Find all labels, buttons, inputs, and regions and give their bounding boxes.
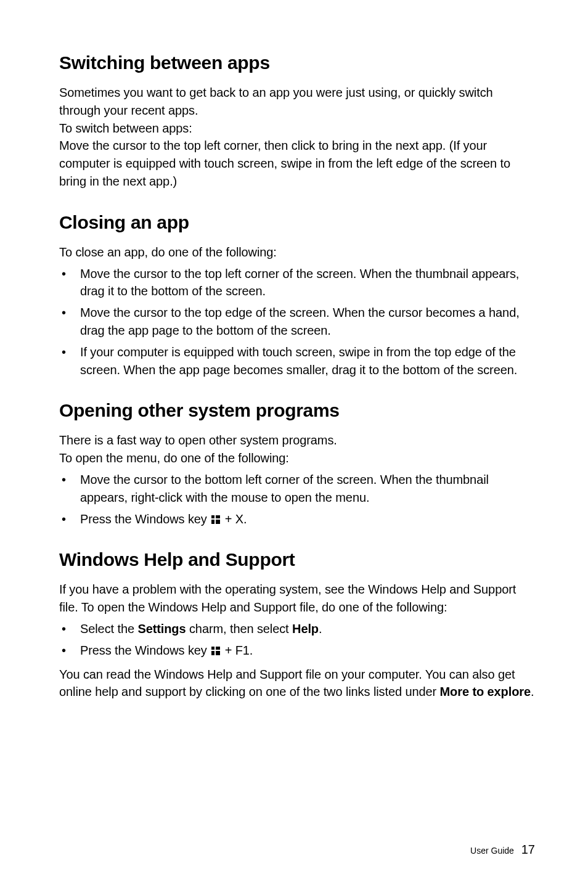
windows-key-icon [211,647,220,655]
page-number: 17 [521,843,535,856]
list-item: Move the cursor to the bottom left corne… [59,471,535,507]
windows-key-icon [211,515,220,524]
list-item: If your computer is equipped with touch … [59,343,535,379]
paragraph: If you have a problem with the operating… [59,581,535,616]
bold-text: Settings [137,622,186,635]
document-page: Switching between apps Sometimes you wan… [0,0,588,895]
list-item: Select the Settings charm, then select H… [59,620,535,638]
list-item: Press the Windows key + F1. [59,642,535,660]
paragraph: You can read the Windows Help and Suppor… [59,666,535,701]
text-fragment: Select the [80,622,137,635]
bullet-list: Move the cursor to the bottom left corne… [59,471,535,528]
text-fragment: . [319,622,322,635]
text-fragment: + F1. [221,644,253,657]
list-item: Press the Windows key + X. [59,510,535,528]
text-fragment: Press the Windows key [80,644,210,657]
bold-text: More to explore [440,685,531,698]
heading-help: Windows Help and Support [59,549,535,571]
section-switching-apps: Switching between apps Sometimes you wan… [59,52,535,190]
list-item: Move the cursor to the top edge of the s… [59,304,535,340]
paragraph: To close an app, do one of the following… [59,243,535,261]
footer-label: User Guide [470,846,514,856]
bullet-list: Select the Settings charm, then select H… [59,620,535,660]
heading-opening: Opening other system programs [59,399,535,422]
section-opening-programs: Opening other system programs There is a… [59,399,535,528]
page-footer: User Guide 17 [470,843,535,857]
paragraph: Sometimes you want to get back to an app… [59,84,535,120]
text-fragment: Press the Windows key [80,512,210,526]
section-closing-app: Closing an app To close an app, do one o… [59,211,535,379]
paragraph: To open the menu, do one of the followin… [59,449,535,467]
bullet-list: Move the cursor to the top left corner o… [59,265,535,379]
text-fragment: charm, then select [186,622,293,635]
paragraph: Move the cursor to the top left corner, … [59,137,535,190]
bold-text: Help [292,622,319,635]
paragraph: There is a fast way to open other system… [59,431,535,449]
heading-closing: Closing an app [59,211,535,234]
section-help-support: Windows Help and Support If you have a p… [59,549,535,701]
list-item: Move the cursor to the top left corner o… [59,265,535,301]
heading-switching: Switching between apps [59,52,535,74]
text-fragment: . [531,685,534,698]
paragraph: To switch between apps: [59,120,535,137]
text-fragment: + X. [221,512,247,526]
